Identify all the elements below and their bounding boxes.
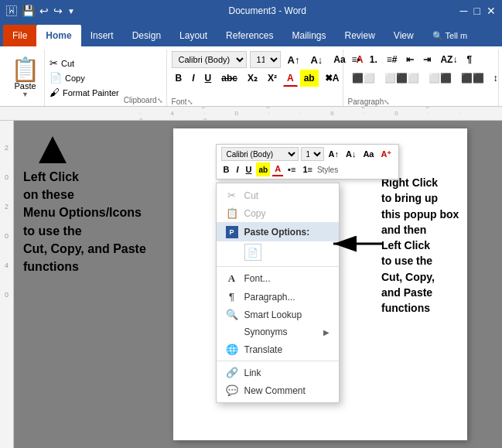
multilevel-list-button[interactable]: ≡# [383, 51, 401, 68]
bold-button[interactable]: B [172, 70, 186, 87]
clipboard-expand[interactable]: ⤡ [157, 97, 163, 104]
paste-button[interactable]: 📋 Paste ▼ [6, 50, 45, 106]
separator-1 [217, 266, 339, 267]
copy-button[interactable]: 📄 Copy [48, 71, 121, 84]
align-left-button[interactable]: ⬛⬜ [348, 70, 379, 87]
format-painter-button[interactable]: 🖌 Format Painter [48, 86, 121, 99]
decrease-indent-button[interactable]: ⇤ [402, 51, 418, 68]
undo-icon[interactable]: ↩ [39, 5, 49, 17]
tab-design[interactable]: Design [123, 25, 170, 46]
tab-references[interactable]: References [217, 25, 282, 46]
new-comment-icon: 💬 [226, 385, 238, 396]
minimize-button[interactable]: ─ [460, 5, 468, 17]
mini-font-color[interactable]: A [272, 162, 283, 176]
ruler-content: · · 2 · 0 · · 2 · 0 · · 4 · 0 · · 6 · 0 … [147, 107, 502, 121]
tab-review[interactable]: Review [335, 25, 384, 46]
cut-icon: ✂ [50, 57, 58, 69]
context-link[interactable]: 🔗 Link [217, 364, 339, 381]
context-paste-options[interactable]: P Paste Options: [217, 222, 339, 241]
context-smart-lookup[interactable]: 🔍 Smart Lookup [217, 306, 339, 323]
align-right-button[interactable]: ⬜⬛ [425, 70, 456, 87]
paste-icon: 📋 [11, 58, 39, 81]
smart-lookup-icon: 🔍 [226, 309, 238, 320]
cut-label: Cut [61, 59, 74, 68]
paste-keep-source[interactable]: 📄 [244, 244, 261, 261]
link-label: Link [244, 368, 261, 378]
context-cut[interactable]: ✂ Cut [217, 186, 339, 204]
mini-size-select[interactable]: 11 [301, 147, 324, 161]
context-synonyms[interactable]: Synonyms ▶ [217, 323, 339, 340]
font-color-button[interactable]: A [283, 70, 298, 87]
word-icon: 🇼 [6, 5, 17, 17]
copy-icon: 📄 [50, 72, 62, 84]
mini-aa-button[interactable]: Aa [360, 147, 376, 161]
strikethrough-button[interactable]: abc [217, 70, 241, 87]
separator-2 [217, 361, 339, 361]
numbering-button[interactable]: 1. [366, 51, 381, 68]
mini-increase-font[interactable]: A↑ [326, 147, 341, 161]
maximize-button[interactable]: □ [474, 5, 480, 17]
superscript-button[interactable]: X² [264, 70, 281, 87]
subscript-button[interactable]: X₂ [244, 70, 261, 87]
save-icon[interactable]: 💾 [22, 5, 35, 17]
copy-label: Copy [65, 74, 85, 83]
paragraph-label: Paragraph... [244, 292, 295, 303]
sort-button[interactable]: AZ↓ [436, 51, 461, 68]
title-bar-left: 🇼 💾 ↩ ↪ ▼ [6, 5, 75, 17]
para-expand[interactable]: ⤡ [384, 98, 390, 106]
quick-access-more[interactable]: ▼ [67, 7, 75, 15]
context-translate[interactable]: 🌐 Translate [217, 340, 339, 358]
font-row-2: B I U abc X₂ X² A ab ✖A [172, 70, 338, 87]
title-bar: 🇼 💾 ↩ ↪ ▼ Document3 - Word ─ □ ✕ [0, 0, 502, 22]
link-icon: 🔗 [226, 367, 238, 378]
underline-button[interactable]: U [201, 70, 216, 87]
para-group-label: Paragraph [348, 97, 384, 106]
line-spacing-button[interactable]: ↕ [490, 70, 502, 87]
mini-bold[interactable]: B [221, 162, 232, 176]
mini-font-select[interactable]: Calibri (Body) [221, 147, 299, 161]
tab-mailings[interactable]: Mailings [282, 25, 335, 46]
justify-button[interactable]: ⬛⬛ [457, 70, 488, 87]
cut-button[interactable]: ✂ Cut [48, 56, 121, 70]
mini-styles[interactable]: Styles [317, 166, 338, 174]
mini-decrease-font[interactable]: A↓ [343, 147, 358, 161]
redo-icon[interactable]: ↪ [53, 5, 63, 17]
bullets-button[interactable]: ≡• [348, 51, 364, 68]
font-size-select[interactable]: 11 [250, 51, 281, 68]
increase-indent-button[interactable]: ⇥ [419, 51, 435, 68]
mini-text-color[interactable]: A⁺ [378, 147, 394, 161]
tab-tell-me[interactable]: 🔍 Tell m [423, 25, 477, 46]
right-annotation: Right Clickto bring upthis popup boxand … [381, 175, 496, 316]
highlight-button[interactable]: ab [300, 70, 319, 87]
mini-italic[interactable]: I [234, 162, 241, 176]
mini-bullets[interactable]: •≡ [285, 162, 298, 176]
cut-label: Cut [244, 190, 259, 201]
context-paragraph[interactable]: ¶ Paragraph... [217, 288, 339, 306]
mini-numbering[interactable]: 1≡ [300, 162, 315, 176]
main-area: 2 0 2 0 4 0 Left Clickon theseMenu Optio… [0, 121, 502, 448]
font-group: Calibri (Body) 11 A↑ A↓ Aa A B I U abc X… [167, 50, 343, 106]
clear-format-button[interactable]: ✖A [321, 70, 343, 87]
close-button[interactable]: ✕ [487, 5, 496, 17]
show-formatting-button[interactable]: ¶ [463, 51, 476, 68]
increase-font-button[interactable]: A↑ [284, 51, 304, 68]
paste-dropdown[interactable]: ▼ [22, 91, 29, 98]
context-copy[interactable]: 📋 Copy [217, 204, 339, 222]
align-center-button[interactable]: ⬜⬛⬜ [381, 70, 423, 87]
mini-highlight[interactable]: ab [256, 162, 270, 176]
font-family-select[interactable]: Calibri (Body) [172, 51, 247, 68]
arrow-up-icon [39, 136, 67, 163]
font-expand[interactable]: ⤡ [187, 98, 193, 106]
tab-view[interactable]: View [384, 25, 423, 46]
decrease-font-button[interactable]: A↓ [306, 51, 326, 68]
tab-home[interactable]: Home [36, 25, 80, 46]
context-new-comment[interactable]: 💬 New Comment [217, 381, 339, 399]
paste-label: Paste [14, 81, 36, 91]
clipboard-label: Clipboard [124, 96, 157, 104]
italic-button[interactable]: I [188, 70, 198, 87]
tab-insert[interactable]: Insert [81, 25, 123, 46]
context-font[interactable]: A Font... [217, 269, 339, 288]
tab-layout[interactable]: Layout [170, 25, 217, 46]
tab-file[interactable]: File [3, 25, 36, 46]
mini-underline[interactable]: U [244, 162, 254, 176]
